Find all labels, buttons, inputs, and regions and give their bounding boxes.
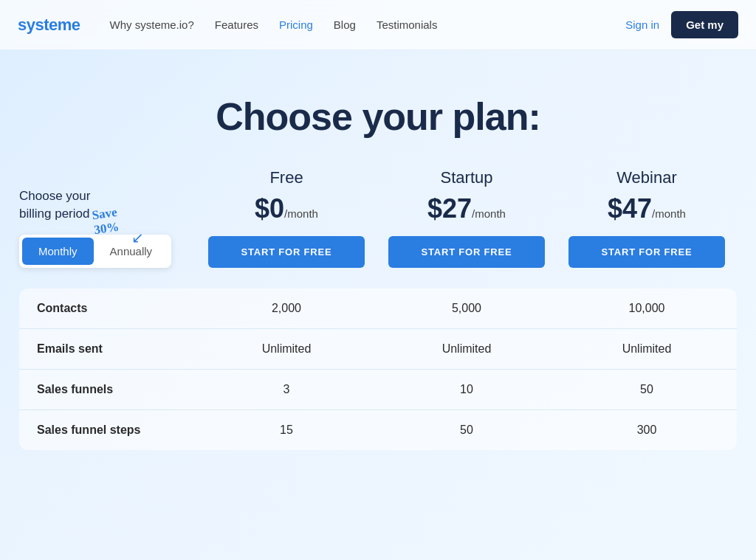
- nav-actions: Sign in Get my: [625, 11, 738, 38]
- toggle-buttons: Monthly Annually: [19, 235, 171, 268]
- navbar: systeme Why systeme.io? Features Pricing…: [0, 0, 756, 50]
- funnels-startup: 10: [377, 370, 557, 409]
- hero-section: Choose your plan:: [0, 50, 756, 168]
- get-started-button[interactable]: Get my: [671, 11, 738, 38]
- emails-free: Unlimited: [196, 329, 377, 369]
- nav-why[interactable]: Why systeme.io?: [110, 18, 194, 31]
- funnel-steps-free: 15: [196, 410, 377, 450]
- billing-toggle-wrap: Save30% ↙ Monthly Annually: [19, 235, 196, 268]
- feature-contacts: Contacts: [19, 288, 196, 328]
- funnel-steps-webinar: 300: [557, 410, 737, 450]
- feature-funnel-steps: Sales funnel steps: [19, 410, 196, 450]
- plan-webinar: Webinar $47/month START FOR FREE: [557, 168, 737, 283]
- emails-startup: Unlimited: [377, 329, 557, 369]
- billing-cell: Choose your billing period Save30% ↙ Mon…: [19, 187, 196, 283]
- table-row: Emails sent Unlimited Unlimited Unlimite…: [19, 329, 737, 370]
- contacts-startup: 5,000: [377, 288, 557, 328]
- nav-links: Why systeme.io? Features Pricing Blog Te…: [110, 18, 626, 31]
- plan-free: Free $0/month START FOR FREE: [196, 168, 377, 283]
- contacts-free: 2,000: [196, 288, 377, 328]
- feature-emails-sent: Emails sent: [19, 329, 196, 369]
- nav-pricing[interactable]: Pricing: [279, 18, 313, 31]
- monthly-toggle[interactable]: Monthly: [22, 238, 94, 265]
- plan-startup-price: $27/month: [388, 193, 545, 224]
- plan-startup: Startup $27/month START FOR FREE: [377, 168, 557, 283]
- nav-testimonials[interactable]: Testimonials: [377, 18, 438, 31]
- plan-webinar-price: $47/month: [568, 193, 725, 224]
- page-title: Choose your plan:: [18, 94, 738, 139]
- plan-header-row: Choose your billing period Save30% ↙ Mon…: [19, 168, 737, 283]
- table-row: Sales funnels 3 10 50: [19, 370, 737, 410]
- pricing-section: Choose your billing period Save30% ↙ Mon…: [1, 168, 755, 480]
- plan-free-cta[interactable]: START FOR FREE: [208, 236, 365, 268]
- nav-blog[interactable]: Blog: [334, 18, 356, 31]
- funnels-free: 3: [196, 370, 377, 409]
- contacts-webinar: 10,000: [557, 288, 737, 328]
- table-row: Sales funnel steps 15 50 300: [19, 410, 737, 450]
- plan-webinar-name: Webinar: [568, 168, 725, 187]
- logo[interactable]: systeme: [18, 15, 80, 35]
- plan-free-price: $0/month: [208, 193, 365, 224]
- nav-features[interactable]: Features: [215, 18, 258, 31]
- table-row: Contacts 2,000 5,000 10,000: [19, 288, 737, 329]
- plan-startup-name: Startup: [388, 168, 545, 187]
- pricing-table: Contacts 2,000 5,000 10,000 Emails sent …: [19, 288, 737, 450]
- save-arrow-icon: ↙: [131, 229, 144, 246]
- emails-webinar: Unlimited: [557, 329, 737, 369]
- save-badge: Save30%: [91, 205, 120, 238]
- feature-sales-funnels: Sales funnels: [19, 370, 196, 409]
- plan-startup-cta[interactable]: START FOR FREE: [388, 236, 545, 268]
- plan-free-name: Free: [208, 168, 365, 187]
- funnels-webinar: 50: [557, 370, 737, 409]
- signin-link[interactable]: Sign in: [625, 18, 659, 31]
- funnel-steps-startup: 50: [377, 410, 557, 450]
- plan-webinar-cta[interactable]: START FOR FREE: [568, 236, 725, 268]
